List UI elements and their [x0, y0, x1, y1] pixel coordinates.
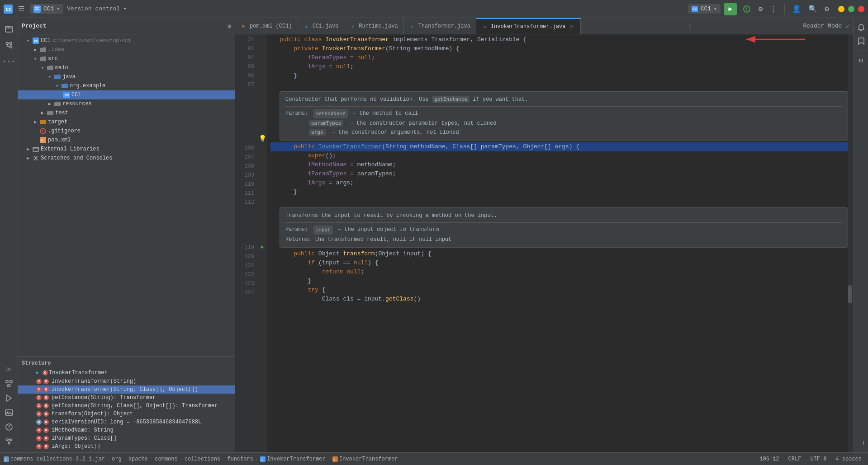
debug-button[interactable]	[740, 3, 753, 15]
structure-header: Structure	[18, 358, 235, 368]
tab-cc1[interactable]: ☕ CC1.java	[298, 18, 345, 34]
tree-item-scratches[interactable]: ▶ Scratches and Consoles	[18, 154, 235, 163]
breadcrumb-apache[interactable]: apache	[128, 456, 148, 462]
tab-runtime-label: Runtime.java	[359, 23, 398, 29]
tree-item-cc1-class[interactable]: CC CC1	[18, 90, 235, 99]
tree-item-src[interactable]: ▾ src	[18, 54, 235, 63]
tree-label-cc1-class: CC1	[71, 92, 81, 98]
badge-c2: c	[36, 387, 42, 392]
lightbulb-icon[interactable]: 💡	[259, 135, 266, 142]
tree-item-gitignore[interactable]: ▶ .gitignore	[18, 127, 235, 136]
tree-item-java[interactable]: ▾ java	[18, 72, 235, 81]
run-configuration[interactable]: CC CC1 ▾	[688, 4, 721, 14]
status-indent[interactable]: 4 spaces	[833, 456, 864, 462]
gutter-javadoc1a	[258, 89, 267, 98]
run-tool-btn[interactable]: ▷	[2, 362, 16, 376]
settings-button[interactable]: ⚙	[823, 3, 831, 15]
gutter-run-119[interactable]: ▶	[258, 242, 267, 251]
tab-cc1-label: CC1.java	[313, 23, 339, 29]
struct-constructor2[interactable]: c a InvokerTransformer(String, Class[], …	[18, 385, 235, 394]
status-position[interactable]: 106:12	[757, 456, 782, 462]
struct-transform[interactable]: c a transform(Object): Object	[18, 410, 235, 418]
git-tool-btn[interactable]	[2, 434, 16, 449]
code-content[interactable]: public class InvokerTransformer implemen…	[267, 34, 848, 452]
scroll-thumb[interactable]	[848, 285, 852, 303]
breadcrumb-commons[interactable]: commons	[155, 456, 177, 462]
code-line-124: Class cls = input.getClass()	[270, 295, 848, 304]
hamburger-menu[interactable]: ☰	[16, 3, 26, 15]
tab-invoker-close[interactable]: ×	[569, 23, 575, 30]
badge-g1: c	[36, 395, 42, 400]
tree-item-cc1-root[interactable]: ▾ CC CC1 C:\Users\14341\Desktop\CC1	[18, 36, 235, 45]
image-tool-btn[interactable]	[2, 405, 16, 420]
struct-invoker-class[interactable]: ● c InvokerTransformer	[18, 368, 235, 377]
folder-icon-btn[interactable]	[2, 22, 16, 36]
breadcrumb-functors[interactable]: functors	[227, 456, 253, 462]
settings-gear-icon[interactable]: ⚙	[228, 23, 231, 30]
notification-tool-btn[interactable]	[2, 420, 16, 434]
debug-tool-btn[interactable]	[2, 391, 16, 405]
profile-button[interactable]: 👤	[790, 3, 803, 15]
tree-item-idea[interactable]: ▶ .idea	[18, 45, 235, 54]
breadcrumb-org[interactable]: org	[112, 456, 122, 462]
tree-item-ext-libs[interactable]: ▶ External Libraries	[18, 145, 235, 154]
javadoc-param-args: args – the constructor arguments, not cl…	[309, 128, 842, 136]
struct-getinstance1[interactable]: c a getInstance(String): Transformer	[18, 394, 235, 402]
maximize-button[interactable]: □	[848, 6, 854, 12]
search-button[interactable]: 🔍	[806, 3, 819, 15]
tree-item-org-example[interactable]: ▾ org.example	[18, 81, 235, 90]
breadcrumb-jar[interactable]: j commons-collections-3.2.1.jar	[4, 456, 105, 462]
tree-item-resources[interactable]: ▶ resources	[18, 99, 235, 108]
svg-text:CC: CC	[6, 7, 11, 12]
ln-95: 95	[237, 62, 254, 71]
tab-more-button[interactable]: ⋮	[683, 18, 697, 34]
struct-svuid[interactable]: s a serialVersionUID: long = -8653385846…	[18, 418, 235, 426]
project-switcher[interactable]: CC CC1 ▾	[30, 4, 63, 14]
gutter-javadoc2c	[258, 224, 267, 233]
notifications-icon-btn[interactable]	[855, 22, 867, 33]
right-more-icon-btn[interactable]: m	[855, 55, 867, 66]
breadcrumb-collections[interactable]: collections	[185, 456, 220, 462]
svg-rect-20	[5, 410, 13, 415]
badge-ip: c	[36, 436, 42, 441]
breadcrumb-invoker-method[interactable]: m InvokerTransformer	[332, 456, 398, 462]
tree-item-test[interactable]: ▶ test	[18, 108, 235, 117]
project-header: Project ⚙	[18, 18, 235, 34]
tab-runtime[interactable]: ☕ Runtime.java	[344, 18, 403, 34]
minimize-button[interactable]: _	[838, 6, 844, 12]
code-line-120: if (input == null) {	[270, 258, 848, 268]
menu-button[interactable]: ⋮	[768, 3, 779, 15]
tree-item-main[interactable]: ▾ main	[18, 63, 235, 72]
struct-imethodname[interactable]: c a iMethodName: String	[18, 426, 235, 434]
status-crlf[interactable]: CRLF	[786, 456, 804, 462]
ln-blank4	[237, 117, 254, 126]
gutter-line120	[258, 251, 267, 260]
structure-tool-btn[interactable]	[2, 376, 16, 391]
close-button[interactable]: ×	[858, 6, 864, 12]
tree-item-pom[interactable]: ▶ m pom.xml	[18, 136, 235, 145]
reader-mode-check-icon[interactable]: ✓	[845, 22, 850, 31]
run-button[interactable]: ▶	[724, 3, 737, 15]
tab-pom[interactable]: m pom.xml (CC1)	[235, 18, 298, 34]
tab-transformer[interactable]: ☕ Transformer.java	[404, 18, 476, 34]
javadoc-param-methodname: Params: methodName – the method to call	[285, 109, 842, 118]
run-gutter-icon[interactable]: ▶	[261, 244, 264, 250]
status-encoding[interactable]: UTF-8	[807, 456, 829, 462]
tree-item-target[interactable]: ▶ target	[18, 117, 235, 127]
gutter-line-94	[258, 52, 267, 61]
struct-constructor1[interactable]: c a InvokerTransformer(String)	[18, 377, 235, 385]
more-tools-button[interactable]: ⚙	[757, 3, 765, 15]
vcs-dropdown-arrow[interactable]: ▾	[123, 6, 127, 12]
struct-iparamtypes[interactable]: c a iParamTypes: Class[]	[18, 434, 235, 442]
ln-120: 120	[237, 252, 254, 261]
ellipsis-icon-btn[interactable]: ···	[2, 54, 16, 69]
struct-getinstance2[interactable]: c a getInstance(String, Class[], Object[…	[18, 402, 235, 410]
struct-iargs[interactable]: c a iArgs: Object[]	[18, 442, 235, 451]
ln-108: 108	[237, 162, 254, 171]
svg-point-26	[10, 439, 12, 441]
bookmarks-icon-btn[interactable]	[855, 35, 867, 47]
breadcrumb-invoker-class[interactable]: c InvokerTransformer	[260, 456, 326, 462]
tab-invoker[interactable]: ☕ InvokerTransformer.java ×	[476, 18, 581, 34]
vcs-icon-btn[interactable]	[2, 38, 16, 52]
svg-text:CC: CC	[34, 39, 38, 43]
